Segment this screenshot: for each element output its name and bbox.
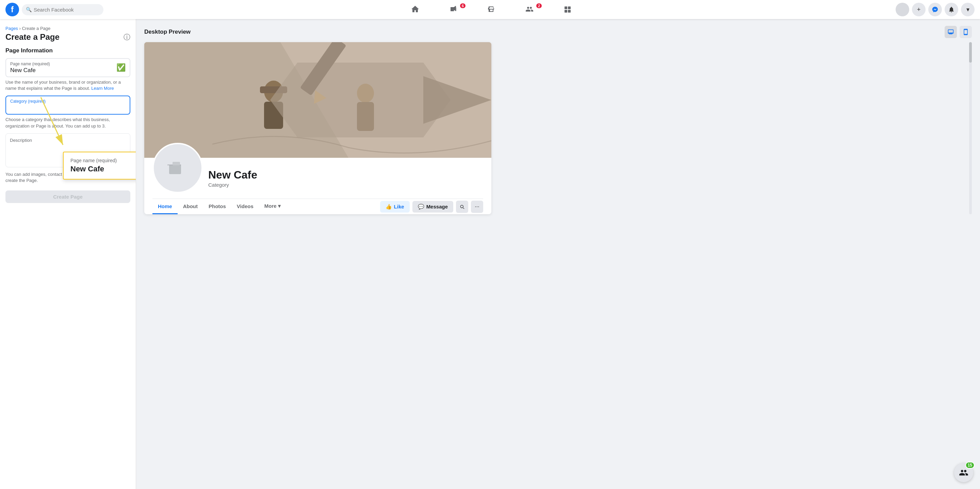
page-name-hint: Use the name of your business, brand or … bbox=[5, 79, 130, 92]
search-page-button[interactable] bbox=[456, 201, 468, 213]
search-bar[interactable]: 🔍 bbox=[22, 4, 103, 15]
description-label: Description bbox=[10, 138, 126, 143]
notifications-icon bbox=[948, 6, 955, 13]
svg-rect-2 bbox=[565, 10, 567, 13]
video-badge: 6 bbox=[460, 3, 466, 9]
facebook-logo[interactable]: f bbox=[5, 3, 19, 16]
page-tabs: Home About Photos Videos More ▾ bbox=[153, 199, 286, 214]
page-avatar bbox=[153, 143, 203, 193]
page-name-input[interactable] bbox=[10, 67, 115, 74]
people-online-button[interactable]: 15 bbox=[954, 463, 973, 482]
message-icon: 💬 bbox=[418, 204, 424, 210]
marketplace-icon bbox=[487, 5, 495, 13]
mobile-icon bbox=[962, 29, 969, 35]
menu-icon bbox=[563, 5, 572, 13]
category-field-group: Category (required) Choose a category th… bbox=[5, 95, 130, 129]
tab-videos[interactable]: Videos bbox=[231, 199, 259, 214]
right-panel: Desktop Preview bbox=[136, 19, 980, 489]
search-icon: 🔍 bbox=[26, 7, 32, 12]
page-info-row: New Cafe Category bbox=[144, 143, 492, 193]
page-name-label: Page name (required) bbox=[10, 62, 126, 66]
left-panel: Pages › Create a Page Create a Page ⓘ Pa… bbox=[0, 19, 136, 489]
home-icon bbox=[411, 5, 419, 13]
nav-video-button[interactable]: 6 bbox=[434, 2, 472, 18]
account-menu-button[interactable]: ▾ bbox=[961, 3, 975, 16]
navbar: f 🔍 6 2 + bbox=[0, 0, 980, 19]
page-name-field-group: Page name (required) ✅ Use the name of y… bbox=[5, 58, 130, 92]
search-icon bbox=[460, 204, 465, 210]
cover-photo bbox=[144, 42, 492, 158]
tab-photos[interactable]: Photos bbox=[203, 199, 231, 214]
main-container: Pages › Create a Page Create a Page ⓘ Pa… bbox=[0, 19, 980, 489]
category-input[interactable] bbox=[10, 105, 126, 111]
learn-more-link[interactable]: Learn More bbox=[91, 86, 114, 91]
page-actions: 👍 Like 💬 Message ··· bbox=[380, 201, 483, 213]
like-button[interactable]: 👍 Like bbox=[380, 201, 410, 213]
desktop-toggle-button[interactable] bbox=[945, 26, 957, 38]
notifications-button[interactable] bbox=[945, 3, 958, 16]
tooltip-value: New Cafe bbox=[70, 165, 136, 173]
category-wrapper: Category (required) bbox=[5, 95, 130, 114]
search-input[interactable] bbox=[34, 7, 99, 13]
more-actions-button[interactable]: ··· bbox=[471, 201, 483, 213]
tab-home[interactable]: Home bbox=[153, 199, 178, 214]
nav-menu-button[interactable] bbox=[549, 2, 587, 18]
check-icon: ✅ bbox=[116, 63, 126, 72]
groups-icon bbox=[525, 5, 533, 13]
preview-title: Desktop Preview bbox=[144, 29, 191, 35]
section-title: Page Information bbox=[5, 47, 130, 54]
message-button[interactable]: 💬 Message bbox=[412, 201, 453, 213]
nav-groups-button[interactable]: 2 bbox=[511, 2, 549, 18]
mobile-toggle-button[interactable] bbox=[959, 26, 972, 38]
svg-rect-3 bbox=[568, 10, 571, 13]
preview-page-name: New Cafe bbox=[208, 169, 257, 181]
preview-container: New Cafe Category Home About Photos Vide… bbox=[144, 42, 972, 214]
category-hint: Choose a category that describes what th… bbox=[5, 117, 130, 129]
add-button[interactable]: + bbox=[912, 3, 926, 16]
create-page-button[interactable]: Create Page bbox=[5, 191, 130, 203]
preview-page-category: Category bbox=[208, 182, 257, 188]
page-title: Create a Page bbox=[5, 32, 60, 42]
tabs-actions-row: Home About Photos Videos More ▾ 👍 Like 💬 bbox=[144, 199, 492, 214]
svg-rect-0 bbox=[565, 6, 567, 9]
messenger-button[interactable] bbox=[928, 3, 942, 16]
cover-svg bbox=[144, 42, 492, 158]
desktop-icon bbox=[947, 29, 954, 35]
page-name-wrapper: Page name (required) ✅ bbox=[5, 58, 130, 77]
groups-badge: 2 bbox=[536, 3, 542, 9]
tooltip-popup: Page name (required) New Cafe bbox=[63, 152, 136, 179]
navbar-right: + ▾ bbox=[879, 3, 975, 16]
info-icon[interactable]: ⓘ bbox=[124, 33, 130, 42]
page-name-col: New Cafe Category bbox=[208, 169, 257, 193]
tab-more[interactable]: More ▾ bbox=[259, 199, 286, 214]
page-avatar-icon bbox=[164, 154, 191, 182]
tab-about[interactable]: About bbox=[178, 199, 203, 214]
like-icon: 👍 bbox=[385, 204, 392, 210]
people-icon bbox=[959, 468, 969, 478]
page-preview-card: New Cafe Category Home About Photos Vide… bbox=[144, 42, 492, 214]
tooltip-label: Page name (required) bbox=[70, 158, 136, 163]
cover-illustration bbox=[144, 42, 492, 158]
breadcrumb-pages-link[interactable]: Pages bbox=[5, 26, 18, 31]
svg-rect-19 bbox=[172, 162, 180, 165]
video-icon bbox=[449, 5, 457, 13]
category-label: Category (required) bbox=[10, 99, 126, 104]
navbar-left: f 🔍 bbox=[5, 3, 103, 16]
user-avatar[interactable] bbox=[896, 3, 909, 16]
people-badge: 15 bbox=[966, 462, 975, 468]
preview-toggle bbox=[945, 26, 972, 38]
nav-home-button[interactable] bbox=[396, 2, 434, 18]
svg-rect-1 bbox=[568, 6, 571, 9]
breadcrumb: Pages › Create a Page bbox=[5, 26, 130, 31]
preview-header: Desktop Preview bbox=[144, 26, 972, 38]
messenger-icon bbox=[932, 6, 939, 13]
navbar-center: 6 2 bbox=[103, 2, 879, 18]
nav-marketplace-button[interactable] bbox=[472, 2, 511, 18]
svg-rect-17 bbox=[169, 165, 181, 174]
